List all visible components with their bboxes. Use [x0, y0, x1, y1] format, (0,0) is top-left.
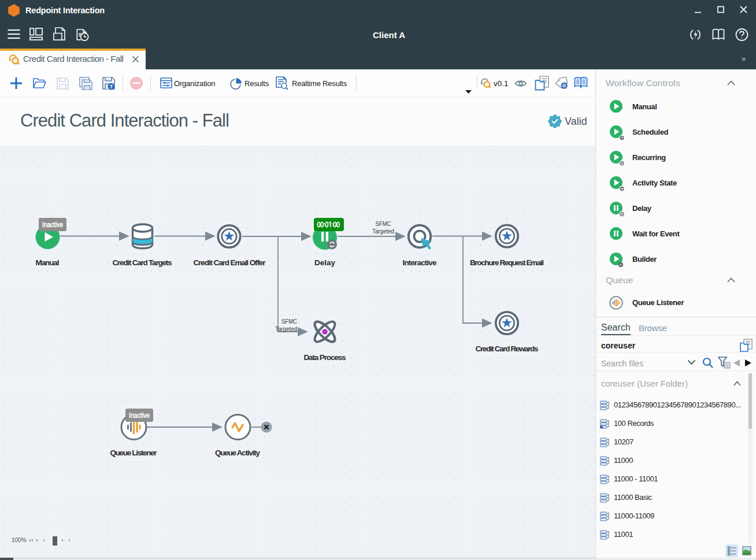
svg-text:Credit Card Rewards: Credit Card Rewards: [476, 344, 539, 353]
svg-text:Queue Activity: Queue Activity: [215, 448, 260, 457]
svg-text:SFMC: SFMC: [376, 220, 391, 227]
svg-text:Delay: Delay: [314, 258, 335, 267]
svg-text:Inactive: Inactive: [129, 411, 150, 420]
svg-text:Targeted: Targeted: [275, 325, 297, 332]
svg-text:Manual: Manual: [36, 258, 60, 267]
svg-text:Credit Card Targets: Credit Card Targets: [113, 258, 172, 267]
svg-text:T: T: [110, 84, 113, 90]
svg-text:Queue Listener: Queue Listener: [110, 448, 158, 457]
svg-text:Inactive: Inactive: [42, 220, 63, 229]
svg-text:Credit Card Email Offer: Credit Card Email Offer: [194, 258, 266, 267]
svg-text:Data Process: Data Process: [304, 353, 346, 362]
svg-text:Brochure Request Email: Brochure Request Email: [470, 258, 544, 267]
svg-text:SFMC: SFMC: [281, 318, 297, 325]
svg-text:Interactive: Interactive: [403, 258, 437, 267]
svg-text:Targeted: Targeted: [372, 228, 394, 235]
